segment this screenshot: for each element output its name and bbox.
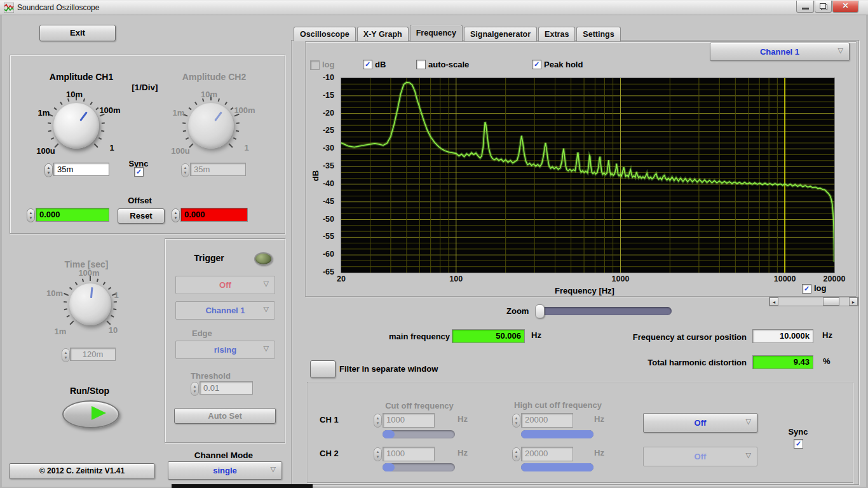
filter-window-label: Filter in separate window	[339, 364, 438, 374]
y-tick-label: -55	[309, 232, 334, 241]
threshold-spinner[interactable]: ▲▼	[191, 382, 199, 396]
chevron-down-icon: ▽	[264, 275, 269, 292]
amplitude-ch1-spinner[interactable]: ▲▼	[44, 163, 53, 177]
ch2-highcut-spinner[interactable]: ▲▼	[512, 447, 520, 461]
offset-ch2-spinner[interactable]: ▲▼	[172, 208, 180, 222]
channel-select-dropdown[interactable]: Channel 1▽	[710, 43, 850, 61]
knob-tick-label: 10m	[196, 90, 222, 99]
chevron-down-icon: ▽	[271, 461, 276, 478]
restore-button[interactable]	[815, 1, 832, 13]
y-tick-label: -35	[309, 161, 334, 170]
autoscale-checkbox[interactable]	[416, 60, 426, 69]
knob-tick-label: 100m	[73, 268, 105, 278]
zoom-slider[interactable]	[537, 307, 672, 315]
db-checkbox[interactable]: ✓	[363, 60, 372, 69]
ch2-highcut-value[interactable]: 20000	[521, 447, 573, 461]
ch1-highcut-value[interactable]: 20000	[521, 413, 573, 428]
trigger-edge-dropdown[interactable]: rising▽	[175, 341, 275, 359]
y-tick-label: -45	[309, 197, 334, 206]
scroll-right-icon[interactable]: ►	[849, 297, 858, 306]
cursor-frequency-unit: Hz	[822, 330, 832, 340]
ch1-cutoff-spinner[interactable]: ▲▼	[374, 414, 382, 428]
scrollbar-thumb[interactable]	[823, 297, 839, 306]
knob-tick-label: 100m	[232, 105, 257, 115]
amplitude-ch1-value[interactable]: 35m	[53, 163, 109, 176]
close-button[interactable]: ✕	[832, 1, 858, 13]
knob-tick-label: 1	[234, 143, 259, 152]
offset-reset-button[interactable]: Reset	[118, 208, 165, 224]
offset-ch1-value[interactable]: 0.000	[36, 208, 109, 222]
ch2-cutoff-value[interactable]: 1000	[383, 447, 435, 461]
tab-signalgenerator[interactable]: Signalgenerator	[464, 27, 537, 41]
ch2-highcut-unit: Hz	[594, 448, 604, 458]
ch1-highcut-unit: Hz	[594, 414, 604, 424]
ch1-highcut-spinner[interactable]: ▲▼	[512, 414, 520, 428]
knob-tick-label: 10	[97, 325, 129, 335]
x-tick-label: 1000	[606, 274, 634, 283]
trigger-title: Trigger	[184, 253, 234, 263]
amplitude-sync-checkbox[interactable]: ✓	[134, 167, 144, 177]
peakhold-checkbox-label: Peak hold	[544, 60, 583, 69]
ch2-filter-mode-dropdown[interactable]: Off▽	[643, 447, 757, 466]
exit-button[interactable]: Exit	[39, 25, 116, 41]
tab-oscilloscope[interactable]: Oscilloscope	[294, 27, 356, 41]
ch1-filter-mode-dropdown[interactable]: Off▽	[643, 413, 757, 433]
filter-ch1-label: CH 1	[320, 415, 339, 424]
knob-tick-label: 1m	[166, 108, 191, 118]
y-tick-label: -15	[309, 91, 334, 100]
amplitude-ch2-value[interactable]: 35m	[190, 163, 246, 176]
ch2-cutoff-spinner[interactable]: ▲▼	[374, 447, 382, 461]
filter-sync-checkbox[interactable]: ✓	[794, 439, 803, 449]
threshold-value[interactable]: 0.01	[200, 381, 253, 395]
title-bar: Soundcard Oszilloscope ✕	[0, 1, 868, 15]
thd-value: 9.43	[752, 355, 813, 369]
ch2-cutoff-slider[interactable]	[383, 463, 455, 471]
ch1-cutoff-value[interactable]: 1000	[383, 413, 435, 428]
filter-window-button[interactable]	[310, 360, 336, 378]
xlog-checkbox[interactable]: ✓	[802, 284, 811, 294]
offset-label: Offset	[118, 196, 162, 205]
autoset-button[interactable]: Auto Set	[174, 408, 276, 424]
peakhold-checkbox[interactable]: ✓	[532, 60, 541, 69]
ch1-cutoff-slider[interactable]	[383, 430, 455, 438]
chevron-down-icon: ▽	[264, 340, 269, 357]
xlog-checkbox-label: log	[814, 283, 827, 293]
filter-sync-label: Sync	[787, 427, 810, 437]
tab-extras[interactable]: Extras	[538, 27, 575, 41]
channel-mode-dropdown[interactable]: single▽	[168, 461, 282, 480]
minimize-button[interactable]	[796, 1, 814, 13]
main-frequency-label: main frequency	[389, 332, 450, 341]
runstop-button[interactable]	[62, 400, 119, 428]
window-title: Soundcard Oszilloscope	[17, 3, 99, 12]
amplitude-ch2-spinner[interactable]: ▲▼	[181, 163, 189, 177]
x-tick-label: 20000	[820, 274, 848, 283]
autoscale-checkbox-label: auto-scale	[428, 60, 469, 69]
channel-mode-label: Channel Mode	[192, 451, 255, 460]
log-checkbox[interactable]	[310, 60, 320, 70]
trigger-led	[254, 252, 273, 266]
ch2-cutoff-unit: Hz	[458, 448, 468, 458]
tab-frequency[interactable]: Frequency	[410, 25, 463, 41]
zoom-slider-handle[interactable]	[535, 304, 545, 318]
cursor-frequency-label: Frequency at cursor position	[607, 332, 747, 342]
tab-xy-graph[interactable]: X-Y Graph	[357, 27, 409, 41]
x-axis-title: Frequency [Hz]	[521, 286, 648, 295]
offset-ch1-spinner[interactable]: ▲▼	[27, 208, 35, 222]
scroll-left-icon[interactable]: ◄	[770, 297, 778, 306]
time-value[interactable]: 120m	[70, 348, 116, 361]
ch1-highcut-slider[interactable]	[521, 430, 593, 438]
y-tick-label: -10	[309, 73, 334, 82]
trigger-mode-dropdown[interactable]: Off▽	[175, 276, 275, 294]
time-spinner[interactable]: ▲▼	[62, 348, 70, 362]
trigger-source-dropdown[interactable]: Channel 1▽	[175, 301, 275, 320]
tab-settings[interactable]: Settings	[576, 27, 620, 41]
x-tick-label: 100	[442, 274, 470, 283]
offset-ch2-value[interactable]: 0.000	[180, 208, 248, 222]
runstop-label: Run/Stop	[58, 386, 121, 396]
graph-scrollbar[interactable]: ◄ ►	[769, 297, 858, 306]
spectrum-plot[interactable]	[341, 78, 835, 273]
cutoff-header: Cut off frequency	[375, 401, 464, 410]
y-tick-label: -40	[309, 179, 334, 188]
ch2-highcut-slider[interactable]	[521, 463, 593, 471]
minimize-icon	[802, 8, 809, 10]
